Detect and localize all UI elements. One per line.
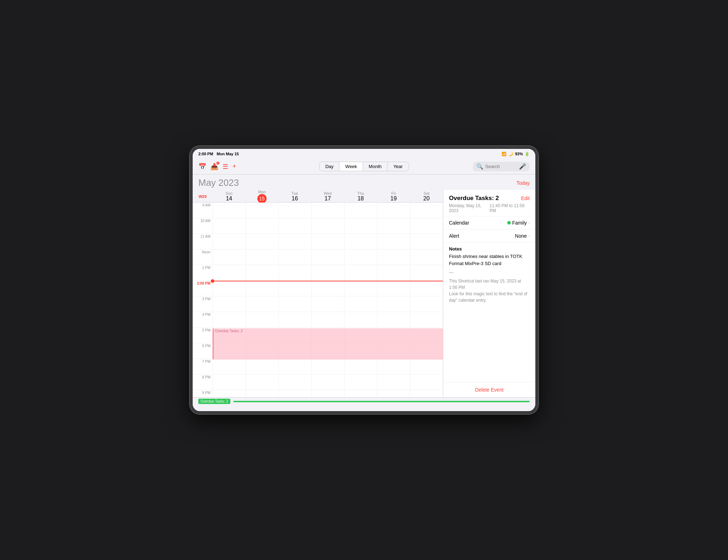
time-slot-9am: 9 AM [193, 203, 443, 218]
wed-num: 17 [325, 195, 331, 202]
thu-label: Thu [357, 191, 364, 195]
time-cell-9am-4 [344, 203, 377, 218]
list-button[interactable]: ☰ [223, 163, 228, 171]
time-slot-1pm: 1 PM [193, 265, 443, 281]
time-cell-4pm-4 [344, 312, 377, 327]
calendar-icon-button[interactable]: 📅 [198, 163, 206, 171]
time-cell-3pm-3 [311, 296, 344, 312]
time-label-9am: 9 AM [193, 203, 213, 218]
time-cell-9am-0 [213, 203, 246, 218]
today-button[interactable]: Today [516, 180, 530, 186]
view-mode-selector: Day Week Month Year [319, 162, 409, 171]
time-cell-8pm-6 [410, 375, 443, 390]
time-cell-noon-6 [410, 249, 443, 265]
time-cell-2pm-2 [278, 281, 311, 296]
calendar-row-value[interactable]: Family › [507, 220, 530, 226]
time-label-4pm: 4 PM [193, 312, 213, 327]
time-cell-8pm-4 [344, 375, 377, 390]
time-slot-9pm: 9 PM [193, 390, 443, 397]
time-grid[interactable]: 9 AM 10 AM [193, 203, 443, 397]
thu-num: 18 [358, 195, 364, 202]
mic-icon[interactable]: 🎤 [519, 163, 526, 170]
week-view-button[interactable]: Week [339, 162, 363, 171]
time-cell-2pm-3 [311, 281, 344, 296]
month-view-button[interactable]: Month [363, 162, 387, 171]
ipad-frame: 2:00 PM Mon May 15 📶 🌙 93% 🔋 📅 📥 9 ☰ + D… [190, 146, 538, 414]
day-view-button[interactable]: Day [320, 162, 339, 171]
alert-row-label: Alert [449, 233, 459, 239]
detail-footer: Delete Event [443, 382, 535, 397]
search-input[interactable] [485, 164, 517, 169]
time-cell-4pm-0 [213, 312, 246, 327]
month-label: May [198, 177, 216, 188]
time-cell-10am-0 [213, 218, 246, 233]
time-cell-10am-2 [278, 218, 311, 233]
edit-button[interactable]: Edit [521, 195, 530, 201]
detail-date: Monday, May 15, 2023 [449, 203, 489, 213]
alert-row-value[interactable]: None › [515, 233, 530, 239]
notes-label: Notes [449, 246, 530, 252]
time-cell-10am-6 [410, 218, 443, 233]
time-cell-4pm-6 [410, 312, 443, 327]
time-label-3pm: 3 PM [193, 296, 213, 312]
year-label: 2023 [218, 177, 239, 188]
time-cell-8pm-3 [311, 375, 344, 390]
add-button[interactable]: + [232, 163, 236, 170]
time-label-6pm: 6 PM [193, 343, 213, 359]
time-cell-1pm-0 [213, 265, 246, 280]
calendar-title: May 2023 [198, 177, 239, 188]
battery-level: 93% [515, 152, 523, 156]
time-slot-4pm: 4 PM [193, 312, 443, 328]
time-cell-4pm-1 [246, 312, 279, 327]
day-header-thu: Thu 18 [344, 190, 377, 203]
year-view-button[interactable]: Year [387, 162, 408, 171]
detail-header: Overdue Tasks: 2 Edit Monday, May 15, 20… [443, 190, 535, 216]
event-label: Overdue Tasks: 2 [215, 329, 243, 333]
main-content: W20 Sun 14 Mon 15 Tue 16 Wed 17 [193, 190, 535, 397]
moon-icon: 🌙 [508, 152, 513, 156]
time-cell-11am-0 [213, 234, 246, 249]
time-cell-3pm-0 [213, 296, 246, 312]
notes-line2: Format MixPre-3 SD card [449, 260, 530, 267]
wifi-icon: 📶 [502, 152, 507, 156]
notes-line1: Finish shrines near stables in TOTK [449, 253, 530, 260]
calendar-header: May 2023 Today [193, 174, 535, 190]
time-label-2pm: 2:00 PM [193, 281, 213, 296]
mon-num: 15 [257, 194, 267, 203]
time-cell-9pm-3 [311, 390, 344, 397]
time-cell-4pm-2 [278, 312, 311, 327]
time-cell-9am-5 [377, 203, 410, 218]
time-cell-noon-4 [344, 249, 377, 265]
fri-num: 19 [390, 195, 397, 202]
overdue-tag[interactable]: Overdue Tasks: 2 [198, 399, 230, 404]
toolbar-right: 🔍 🎤 [473, 162, 530, 171]
week-number: W20 [193, 190, 213, 203]
time-cell-noon-5 [377, 249, 410, 265]
time-cell-9am-6 [410, 203, 443, 218]
time-cell-11am-1 [246, 234, 279, 249]
time-slot-7pm: 7 PM [193, 359, 443, 375]
delete-event-button[interactable]: Delete Event [449, 387, 530, 393]
time-cell-2pm-0 [213, 281, 246, 296]
sun-label: Sun [225, 191, 232, 195]
time-cell-noon-3 [311, 249, 344, 265]
time-cell-9pm-1 [246, 390, 279, 397]
time-cell-9pm-0 [213, 390, 246, 397]
time-cell-11am-2 [278, 234, 311, 249]
day-header-fri: Fri 19 [377, 190, 410, 203]
chevron-down-icon: › [528, 220, 530, 225]
time-cell-noon-2 [278, 249, 311, 265]
tue-label: Tue [291, 191, 298, 195]
time-cell-2pm-6 [410, 281, 443, 296]
day-header-mon: Mon 15 [246, 190, 279, 203]
time-cell-3pm-6 [410, 296, 443, 312]
time-cell-3pm-1 [246, 296, 279, 312]
search-box[interactable]: 🔍 🎤 [473, 162, 530, 171]
time-cell-3pm-4 [344, 296, 377, 312]
time-cell-9pm-4 [344, 390, 377, 397]
detail-title-row: Overdue Tasks: 2 Edit [449, 195, 530, 202]
time-cell-2pm-1 [246, 281, 279, 296]
mon-label: Mon [258, 190, 266, 194]
time-cell-7pm-0 [213, 359, 246, 374]
event-block[interactable]: Overdue Tasks: 2 [213, 328, 443, 360]
